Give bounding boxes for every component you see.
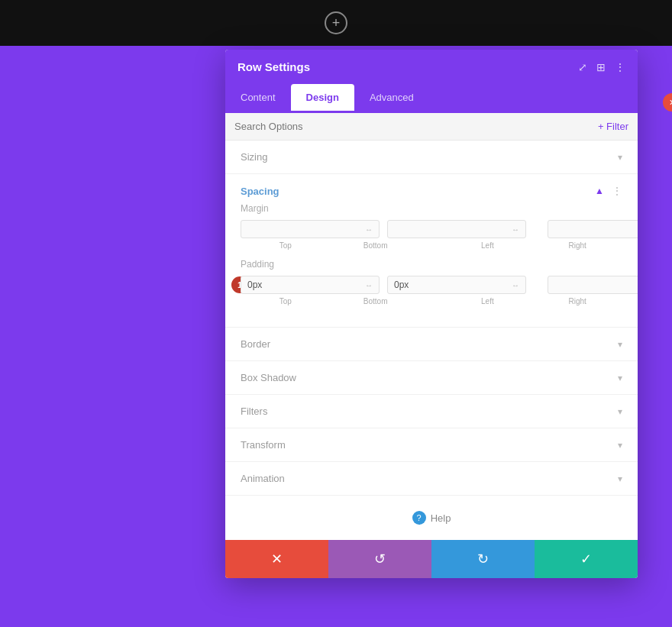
transform-section-header[interactable]: Transform ▾: [225, 428, 638, 461]
animation-section: Animation ▾: [225, 462, 638, 496]
top-bar: +: [0, 0, 672, 46]
modal-title: Row Settings: [237, 60, 310, 73]
search-input[interactable]: [234, 121, 387, 132]
more-icon[interactable]: ⋮: [615, 61, 625, 73]
sizing-chevron-icon: ▾: [618, 152, 622, 163]
spacing-section-header[interactable]: Spacing ▲ ⋮: [225, 174, 638, 203]
margin-top-label: Top: [241, 241, 331, 250]
padding-right-label: Right: [532, 297, 622, 305]
tab-content[interactable]: Content: [225, 84, 291, 113]
margin-labels: Top Bottom Left Right: [241, 241, 622, 250]
help-icon: ?: [412, 511, 426, 525]
transform-title: Transform: [241, 439, 286, 451]
filters-section-header[interactable]: Filters ▾: [225, 395, 638, 428]
filters-section: Filters ▾: [225, 395, 638, 428]
spacing-title: Spacing: [241, 186, 279, 197]
padding-labels: Top Bottom Left Right: [241, 297, 622, 305]
help-row: ? Help: [225, 496, 638, 540]
collapse-icon[interactable]: ▲: [595, 186, 604, 196]
sizing-section-header[interactable]: Sizing ▾: [225, 141, 638, 173]
padding-top-field[interactable]: ↔: [241, 276, 380, 294]
filters-title: Filters: [241, 406, 267, 417]
margin-field-row: ↔ ↔: [241, 220, 622, 238]
modal-header-icons: ⤢ ⊞ ⋮: [578, 61, 625, 73]
margin-left-input[interactable]: [554, 224, 638, 234]
margin-bottom-label: Bottom: [331, 241, 421, 250]
filter-button[interactable]: + Filter: [598, 121, 628, 132]
box-shadow-chevron-icon: ▾: [618, 373, 622, 383]
margin-lr-labels: Left Right: [443, 241, 623, 250]
padding-left-label: Left: [443, 297, 533, 305]
animation-section-header[interactable]: Animation ▾: [225, 462, 638, 495]
margin-top-input[interactable]: [247, 224, 362, 234]
filters-chevron-icon: ▾: [618, 406, 622, 417]
transform-chevron-icon: ▾: [618, 440, 622, 451]
padding-bottom-field[interactable]: ↔: [387, 276, 526, 294]
margin-left-label: Left: [443, 241, 533, 250]
margin-bottom-input[interactable]: [394, 224, 509, 234]
margin-right-label: Right: [532, 241, 622, 250]
tab-bar: Content Design Advanced: [225, 84, 638, 113]
columns-icon[interactable]: ⊞: [596, 61, 606, 73]
margin-tb-labels: Top Bottom: [241, 241, 421, 250]
sizing-title: Sizing: [241, 151, 267, 163]
row-settings-modal: Row Settings ⤢ ⊞ ⋮ Content Design Advanc…: [225, 50, 638, 578]
tab-design[interactable]: Design: [291, 84, 354, 113]
help-text[interactable]: Help: [431, 512, 451, 524]
animation-title: Animation: [241, 473, 285, 484]
padding-bottom-label: Bottom: [331, 297, 421, 305]
transform-section: Transform ▾: [225, 428, 638, 462]
reset-button[interactable]: ↺: [328, 540, 431, 578]
modal-header: Row Settings ⤢ ⊞ ⋮: [225, 50, 638, 84]
margin-label: Margin: [241, 203, 622, 214]
tab-advanced[interactable]: Advanced: [354, 84, 429, 113]
spacing-content: Margin ↔ ↔: [225, 203, 638, 327]
cancel-button[interactable]: ✕: [225, 540, 328, 578]
margin-bottom-link-icon[interactable]: ↔: [512, 225, 519, 234]
sizing-section: Sizing ▾: [225, 141, 638, 174]
redo-button[interactable]: ↻: [431, 540, 535, 578]
padding-bottom-link-icon[interactable]: ↔: [512, 281, 519, 289]
padding-lr-labels: Left Right: [443, 297, 623, 305]
margin-top-field[interactable]: ↔: [241, 220, 380, 238]
spacing-section: Spacing ▲ ⋮ Margin ↔ ↔: [225, 174, 638, 328]
padding-field-row: ↔ ↔ ↔: [241, 276, 622, 294]
box-shadow-section: Box Shadow ▾: [225, 361, 638, 395]
margin-link-icon[interactable]: ↔: [365, 225, 373, 234]
spacing-icons: ▲ ⋮: [595, 185, 622, 197]
add-button[interactable]: +: [325, 11, 347, 34]
padding-left-input[interactable]: [554, 280, 638, 290]
padding-left-field[interactable]: ↔: [548, 276, 638, 294]
margin-bottom-field[interactable]: ↔: [387, 220, 526, 238]
border-title: Border: [241, 338, 270, 350]
border-section: Border ▾: [225, 328, 638, 361]
padding-top-input[interactable]: [247, 280, 362, 290]
padding-top-label: Top: [241, 297, 331, 305]
border-section-header[interactable]: Border ▾: [225, 328, 638, 360]
save-button[interactable]: ✓: [535, 540, 638, 578]
padding-bottom-input[interactable]: [394, 280, 509, 290]
padding-tb-labels: Top Bottom: [241, 297, 421, 305]
spacing-more-icon[interactable]: ⋮: [612, 185, 622, 197]
border-chevron-icon: ▾: [618, 339, 622, 350]
box-shadow-section-header[interactable]: Box Shadow ▾: [225, 361, 638, 394]
modal-body: Sizing ▾ Spacing ▲ ⋮ Margin ↔: [225, 141, 638, 540]
search-bar: + Filter: [225, 113, 638, 141]
padding-link-icon[interactable]: ↔: [365, 281, 373, 289]
padding-label: Padding: [241, 259, 622, 270]
margin-left-field[interactable]: [548, 220, 638, 238]
modal-footer: ✕ ↺ ↻ ✓: [225, 540, 638, 578]
padding-wrapper: 1 ↔ ↔ ↔: [241, 276, 622, 294]
animation-chevron-icon: ▾: [618, 473, 622, 484]
fullscreen-icon[interactable]: ⤢: [578, 61, 587, 73]
box-shadow-title: Box Shadow: [241, 372, 296, 383]
